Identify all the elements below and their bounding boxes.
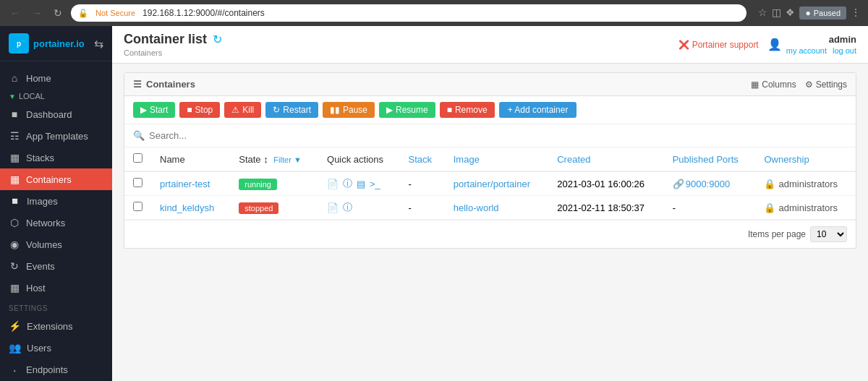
add-container-button[interactable]: + Add container bbox=[499, 102, 577, 118]
panel-settings-button[interactable]: ⚙ Settings bbox=[805, 80, 847, 90]
items-per-page-select[interactable]: 10 25 50 100 bbox=[810, 226, 847, 242]
paused-label: Paused bbox=[814, 9, 841, 17]
forward-button[interactable]: → bbox=[29, 6, 45, 20]
play-icon: ▶ bbox=[140, 105, 147, 115]
panel-title: ☰ Containers bbox=[133, 79, 195, 90]
menu-button[interactable]: ⋮ bbox=[851, 7, 861, 20]
sidebar-item-endpoints[interactable]: ⬫ Endpoints bbox=[0, 359, 112, 380]
image-header[interactable]: Image bbox=[445, 147, 549, 171]
start-button[interactable]: ▶ Start bbox=[133, 102, 175, 118]
local-label: LOCAL bbox=[19, 92, 45, 100]
filter-icon: ▼ bbox=[294, 155, 302, 164]
select-all-checkbox[interactable] bbox=[133, 153, 142, 163]
local-badge: ▼ LOCAL bbox=[0, 89, 112, 103]
username-display: admin bbox=[829, 34, 856, 45]
sidebar-item-images[interactable]: ◽ Images bbox=[0, 190, 112, 212]
address-text: 192.168.1.12:9000/#/containers bbox=[142, 8, 265, 18]
image-link-0[interactable]: portainer/portainer bbox=[454, 179, 530, 189]
port-cell-1: - bbox=[664, 196, 756, 220]
columns-icon: ▦ bbox=[751, 80, 759, 90]
port-link-0[interactable]: 🔗 9000:9000 bbox=[673, 179, 747, 189]
stop-button[interactable]: ■ Stop bbox=[179, 102, 220, 118]
ownership-text-1: administrators bbox=[778, 202, 838, 213]
stack-header[interactable]: Stack bbox=[399, 147, 444, 171]
container-stats-icon-0[interactable]: ▤ bbox=[357, 179, 365, 189]
content-body: ☰ Containers ▦ Columns ⚙ Settings bbox=[112, 64, 868, 381]
resume-label: Resume bbox=[396, 105, 428, 115]
restart-button[interactable]: ↻ Restart bbox=[265, 102, 318, 118]
sidebar-logo: p portainer.io ⇆ bbox=[0, 26, 112, 61]
search-icon: 🔍 bbox=[133, 130, 145, 141]
refresh-icon[interactable]: ↻ bbox=[213, 33, 222, 46]
reload-button[interactable]: ↻ bbox=[51, 6, 65, 20]
search-bar: 🔍 bbox=[124, 124, 856, 147]
my-account-link[interactable]: my account bbox=[786, 46, 827, 55]
paused-badge[interactable]: ● Paused bbox=[799, 7, 846, 20]
dashboard-icon: ■ bbox=[9, 108, 20, 120]
sidebar-item-host[interactable]: ▦ Host bbox=[0, 277, 112, 299]
error-icon: ❌ bbox=[678, 40, 689, 50]
state-badge-0: running bbox=[239, 179, 277, 190]
home-icon: ⌂ bbox=[9, 72, 20, 84]
start-label: Start bbox=[150, 105, 168, 115]
ownership-text-0: administrators bbox=[778, 179, 838, 189]
container-inspect-icon-0[interactable]: ⓘ bbox=[343, 177, 352, 190]
star-button[interactable]: ☆ bbox=[758, 7, 767, 20]
container-name-1[interactable]: kind_keldysh bbox=[160, 202, 214, 213]
user-section: 👤 admin my account log out bbox=[767, 34, 856, 55]
search-input[interactable] bbox=[149, 130, 847, 141]
logo-icon: p bbox=[9, 33, 29, 53]
state-header-text[interactable]: State ↕ bbox=[239, 154, 271, 165]
kill-button[interactable]: ⚠ Kill bbox=[224, 102, 261, 118]
images-icon: ◽ bbox=[9, 195, 21, 207]
container-logs-icon-1[interactable]: 📄 bbox=[327, 202, 339, 213]
address-bar[interactable]: 🔓 Not Secure 192.168.1.12:9000/#/contain… bbox=[71, 4, 746, 22]
row-checkbox-0[interactable] bbox=[133, 178, 142, 187]
sidebar-item-containers[interactable]: ▦ Containers bbox=[0, 168, 112, 190]
back-button[interactable]: ← bbox=[7, 6, 23, 20]
container-inspect-icon-1[interactable]: ⓘ bbox=[343, 201, 352, 214]
remove-button[interactable]: ■ Remove bbox=[440, 102, 495, 118]
table-row: kind_keldysh stopped 📄 ⓘ bbox=[124, 196, 856, 220]
filter-label: Filter ▼ bbox=[273, 155, 301, 164]
endpoints-icon: ⬫ bbox=[9, 364, 20, 375]
stack-cell-1: - bbox=[399, 196, 444, 220]
sidebar-settings-icon[interactable]: ⇆ bbox=[94, 37, 103, 51]
sidebar-item-networks[interactable]: ⬡ Networks bbox=[0, 212, 112, 234]
sidebar-item-label-volumes: Volumes bbox=[26, 239, 62, 250]
users-icon: 👥 bbox=[9, 342, 21, 354]
sidebar-item-home[interactable]: ⌂ Home bbox=[0, 67, 112, 89]
cast-button[interactable]: ◫ bbox=[772, 7, 781, 20]
sidebar-item-volumes[interactable]: ◉ Volumes bbox=[0, 234, 112, 255]
log-out-link[interactable]: log out bbox=[833, 46, 856, 55]
quick-actions-0: 📄 ⓘ ▤ >_ bbox=[327, 177, 391, 190]
resume-button[interactable]: ▶ Resume bbox=[379, 102, 435, 118]
sidebar-item-app-templates[interactable]: ☶ App Templates bbox=[0, 125, 112, 147]
remove-icon: ■ bbox=[447, 105, 452, 115]
name-header: Name bbox=[151, 147, 230, 171]
created-header[interactable]: Created bbox=[548, 147, 663, 171]
sidebar-item-users[interactable]: 👥 Users bbox=[0, 337, 112, 359]
image-link-1[interactable]: hello-world bbox=[454, 202, 499, 213]
published-ports-header[interactable]: Published Ports bbox=[664, 147, 756, 171]
row-checkbox-1[interactable] bbox=[133, 202, 142, 211]
extensions-button[interactable]: ❖ bbox=[786, 7, 795, 20]
container-name-0[interactable]: prtainer-test bbox=[160, 179, 210, 189]
container-console-icon-0[interactable]: >_ bbox=[370, 179, 380, 189]
user-info: admin my account log out bbox=[786, 34, 856, 55]
containers-icon: ▦ bbox=[9, 174, 20, 185]
support-link[interactable]: ❌ Portainer support bbox=[678, 40, 759, 50]
sidebar-item-events[interactable]: ↻ Events bbox=[0, 255, 112, 277]
sidebar-item-extensions[interactable]: ⚡ Extensions bbox=[0, 315, 112, 337]
quick-actions-1: 📄 ⓘ bbox=[327, 201, 391, 214]
sidebar-item-stacks[interactable]: ▦ Stacks bbox=[0, 147, 112, 168]
sidebar-item-label-extensions: Extensions bbox=[27, 321, 73, 332]
pause-button[interactable]: ▮▮ Pause bbox=[323, 102, 375, 118]
sidebar-item-dashboard[interactable]: ■ Dashboard bbox=[0, 103, 112, 125]
columns-button[interactable]: ▦ Columns bbox=[751, 80, 796, 90]
logo-text: portainer.io bbox=[33, 38, 85, 49]
ownership-header[interactable]: Ownership bbox=[755, 147, 856, 171]
container-logs-icon-0[interactable]: 📄 bbox=[327, 179, 339, 189]
sidebar-item-label-stacks: Stacks bbox=[26, 153, 54, 163]
add-container-label: + Add container bbox=[508, 105, 569, 115]
